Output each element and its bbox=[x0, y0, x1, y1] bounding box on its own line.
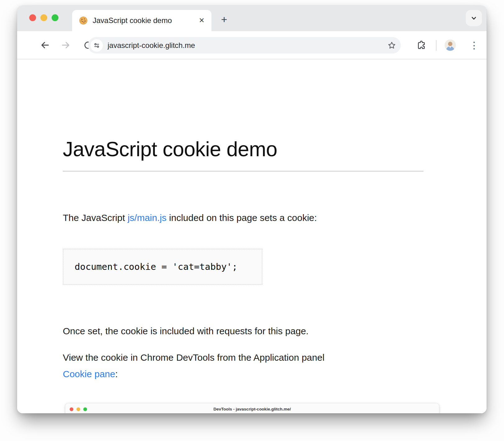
cookie-favicon-icon bbox=[79, 16, 88, 25]
star-icon bbox=[387, 41, 396, 50]
intro-text-after: included on this page sets a cookie: bbox=[166, 213, 317, 223]
tab-title: JavaScript cookie demo bbox=[93, 16, 195, 25]
once-set-paragraph: Once set, the cookie is included with re… bbox=[63, 323, 308, 339]
intro-text-before: The JavaScript bbox=[63, 213, 127, 223]
bookmark-star-button[interactable] bbox=[387, 41, 396, 50]
devtools-screenshot: DevTools - javascript-cookie.glitch.me/ bbox=[65, 403, 439, 413]
tune-icon bbox=[93, 42, 100, 49]
forward-arrow-icon bbox=[61, 40, 71, 50]
back-button[interactable] bbox=[39, 40, 50, 50]
new-tab-button[interactable]: + bbox=[217, 12, 231, 26]
tab-close-icon[interactable]: ✕ bbox=[199, 16, 205, 25]
browser-tab[interactable]: JavaScript cookie demo ✕ bbox=[72, 10, 211, 31]
close-window-button[interactable] bbox=[29, 14, 36, 21]
zoom-window-button[interactable] bbox=[52, 14, 58, 21]
page-viewport: JavaScript cookie demo The JavaScript js… bbox=[17, 59, 487, 413]
profile-avatar[interactable] bbox=[445, 40, 456, 51]
view-cookie-text: View the cookie in Chrome DevTools from … bbox=[63, 352, 325, 363]
cookie-pane-link[interactable]: Cookie pane bbox=[63, 369, 115, 379]
site-settings-button[interactable] bbox=[90, 39, 103, 52]
main-js-link[interactable]: js/main.js bbox=[127, 213, 166, 223]
devtools-zoom-button bbox=[83, 407, 87, 411]
traffic-lights bbox=[29, 14, 58, 21]
browser-window: JavaScript cookie demo ✕ + bbox=[17, 6, 487, 413]
devtools-titlebar: DevTools - javascript-cookie.glitch.me/ bbox=[65, 403, 439, 413]
intro-paragraph: The JavaScript js/main.js included on th… bbox=[63, 209, 317, 226]
minimize-window-button[interactable] bbox=[40, 14, 47, 21]
toolbar-divider bbox=[436, 40, 437, 51]
chevron-down-icon bbox=[470, 14, 478, 22]
code-block: document.cookie = 'cat=tabby'; bbox=[63, 249, 262, 285]
heading-divider bbox=[63, 171, 423, 171]
search-tabs-button[interactable] bbox=[466, 10, 482, 26]
url-text[interactable]: javascript-cookie.glitch.me bbox=[108, 41, 387, 50]
address-bar[interactable]: javascript-cookie.glitch.me bbox=[88, 37, 401, 54]
devtools-minimize-button bbox=[76, 407, 80, 411]
view-cookie-colon: : bbox=[115, 369, 118, 379]
puzzle-icon bbox=[416, 40, 426, 50]
code-text: document.cookie = 'cat=tabby'; bbox=[75, 261, 238, 272]
avatar-photo bbox=[445, 40, 456, 51]
forward-button[interactable] bbox=[61, 40, 71, 50]
page-title: JavaScript cookie demo bbox=[63, 137, 277, 161]
view-cookie-paragraph: View the cookie in Chrome DevTools from … bbox=[63, 349, 325, 382]
browser-menu-button[interactable]: ⋮ bbox=[469, 40, 479, 50]
browser-toolbar: javascript-cookie.glitch.me ⋮ bbox=[17, 31, 487, 59]
devtools-close-button bbox=[70, 407, 73, 411]
tab-strip: JavaScript cookie demo ✕ + bbox=[17, 6, 487, 31]
devtools-traffic-lights bbox=[70, 407, 87, 411]
back-arrow-icon bbox=[39, 40, 50, 50]
devtools-window-title: DevTools - javascript-cookie.glitch.me/ bbox=[214, 407, 291, 411]
extensions-button[interactable] bbox=[416, 40, 426, 50]
